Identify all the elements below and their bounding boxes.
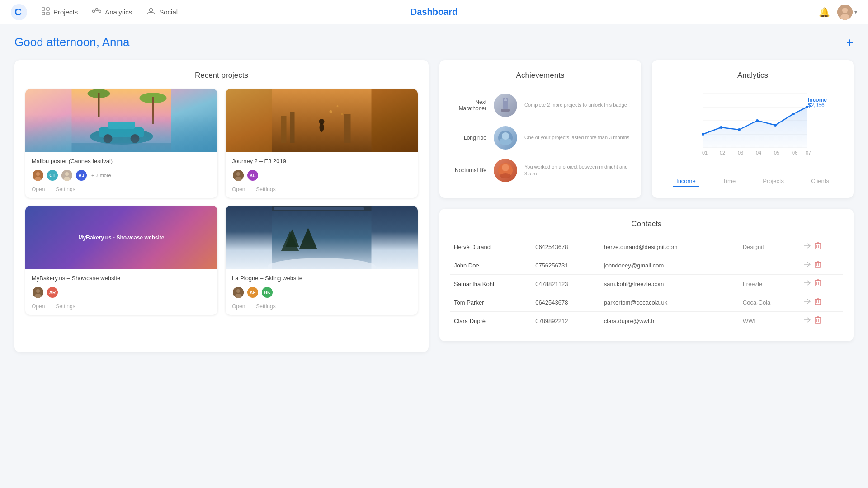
badge-nocturnal <box>494 159 517 182</box>
contact-email-2: sam.kohl@freezle.com <box>600 275 739 293</box>
analytics-panel: Analytics <box>652 60 854 198</box>
tab-projects[interactable]: Projects <box>759 176 788 187</box>
contact-actions-4 <box>799 312 843 330</box>
settings-malibu[interactable]: Settings <box>56 186 75 192</box>
svg-rect-34 <box>290 112 295 143</box>
achievements-title: Achievements <box>450 71 630 80</box>
achievement-nocturnal: Nocturnal life You worked on a project b… <box>450 154 630 187</box>
settings-skiing[interactable]: Settings <box>256 303 275 310</box>
send-button-0[interactable] <box>803 242 811 251</box>
tab-income[interactable]: Income <box>673 176 699 187</box>
greeting-text: Good afternoon, Anna <box>14 35 129 49</box>
svg-point-37 <box>319 119 325 124</box>
project-avatars-skiing: AF HK <box>232 286 411 299</box>
svg-rect-53 <box>274 207 364 210</box>
project-info-journey: Journey 2 – E3 2019 KL Open Settings <box>226 152 418 198</box>
svg-point-40 <box>341 113 343 115</box>
main-content: Good afternoon, Anna + Recent projects <box>0 24 868 363</box>
avatar-b0 <box>32 286 44 299</box>
contact-company-2: Freezle <box>739 275 799 293</box>
open-skiing[interactable]: Open <box>232 303 245 310</box>
svg-text:04: 04 <box>756 150 761 155</box>
svg-point-20 <box>90 128 153 145</box>
tab-time[interactable]: Time <box>719 176 739 187</box>
achievements-panel: Achievements Next Marathoner <box>439 60 641 198</box>
social-icon <box>146 8 156 16</box>
delete-button-1[interactable] <box>815 261 821 270</box>
nav-analytics[interactable]: Analytics <box>92 8 132 16</box>
add-button[interactable]: + <box>846 36 854 49</box>
delete-button-4[interactable] <box>815 316 821 325</box>
delete-button-0[interactable] <box>815 242 821 251</box>
svg-line-10 <box>98 10 99 11</box>
send-button-3[interactable] <box>803 298 811 307</box>
svg-point-38 <box>330 110 332 113</box>
svg-point-30 <box>65 172 69 176</box>
svg-rect-33 <box>281 116 287 143</box>
project-actions-bakery: Open Settings <box>32 303 211 310</box>
send-button-1[interactable] <box>803 261 811 270</box>
project-thumb-bakery: MyBakery.us - Showcase website <box>25 206 217 269</box>
svg-text:02: 02 <box>720 150 725 155</box>
achievement-list: Next Marathoner Complete 2 more projects… <box>450 89 630 187</box>
contact-phone-0: 0642543678 <box>532 238 600 256</box>
nav-social[interactable]: Social <box>146 8 178 16</box>
svg-text:03: 03 <box>738 150 743 155</box>
svg-point-65 <box>500 173 511 178</box>
svg-rect-25 <box>72 143 171 152</box>
tab-clients[interactable]: Clients <box>807 176 833 187</box>
delete-button-2[interactable] <box>815 279 821 288</box>
contact-actions-1 <box>799 256 843 275</box>
project-info-bakery: MyBakery.us – Showcase website AR Open S… <box>25 269 217 315</box>
contact-name-3: Tom Parker <box>450 293 532 312</box>
recent-projects-panel: Recent projects <box>14 60 429 352</box>
project-card-malibu: Malibu poster (Cannes festival) CT AJ + … <box>25 89 217 198</box>
contact-email-0: herve.durand@designit.com <box>600 238 739 256</box>
avatar-s0 <box>232 286 245 299</box>
project-card-bakery: MyBakery.us - Showcase website MyBakery.… <box>25 206 217 315</box>
contact-company-0: Designit <box>739 238 799 256</box>
send-button-4[interactable] <box>803 316 811 325</box>
settings-bakery[interactable]: Settings <box>56 303 75 310</box>
nav-projects[interactable]: Projects <box>42 7 78 17</box>
svg-point-45 <box>36 289 40 293</box>
svg-rect-19 <box>98 93 100 117</box>
svg-point-75 <box>756 119 759 122</box>
greeting-row: Good afternoon, Anna + <box>14 35 854 49</box>
bakery-thumb-text: MyBakery.us - Showcase website <box>75 231 168 244</box>
svg-point-39 <box>337 105 339 107</box>
settings-journey[interactable]: Settings <box>256 186 275 192</box>
open-bakery[interactable]: Open <box>32 303 45 310</box>
chevron-down-icon: ▾ <box>854 9 857 15</box>
contact-name-4: Clara Dupré <box>450 312 532 330</box>
open-malibu[interactable]: Open <box>32 186 45 192</box>
dashboard-grid: Recent projects <box>14 60 854 352</box>
contact-actions-2 <box>799 275 843 293</box>
project-name-bakery: MyBakery.us – Showcase website <box>32 275 211 282</box>
achievement-desc-marathoner: Complete 2 more projects to unlock this … <box>524 102 630 108</box>
more-label-malibu: + 3 more <box>91 173 111 178</box>
analytics-chart: Income $2,356 01 02 03 04 05 06 07 <box>663 89 843 170</box>
contact-row-2: Samantha Kohl 0478821123 sam.kohl@freezl… <box>450 275 843 293</box>
avatar <box>837 5 853 20</box>
svg-point-11 <box>150 9 153 12</box>
delete-button-3[interactable] <box>815 298 821 307</box>
project-avatars-journey: KL <box>232 169 411 182</box>
open-journey[interactable]: Open <box>232 186 245 192</box>
bell-icon[interactable]: 🔔 <box>819 7 830 18</box>
svg-text:C: C <box>14 6 22 18</box>
svg-rect-59 <box>501 109 510 112</box>
contacts-title: Contacts <box>450 220 843 229</box>
send-button-2[interactable] <box>803 279 811 288</box>
logo[interactable]: C <box>11 4 27 20</box>
analytics-title: Analytics <box>663 71 843 80</box>
svg-point-27 <box>36 172 40 176</box>
contact-email-3: parkertom@cocacola.uk <box>600 293 739 312</box>
svg-rect-22 <box>108 122 135 129</box>
contact-name-2: Samantha Kohl <box>450 275 532 293</box>
grid-icon <box>42 7 50 17</box>
svg-rect-35 <box>344 114 351 143</box>
user-avatar-button[interactable]: ▾ <box>837 5 857 20</box>
svg-point-6 <box>93 10 95 13</box>
contact-actions-3 <box>799 293 843 312</box>
